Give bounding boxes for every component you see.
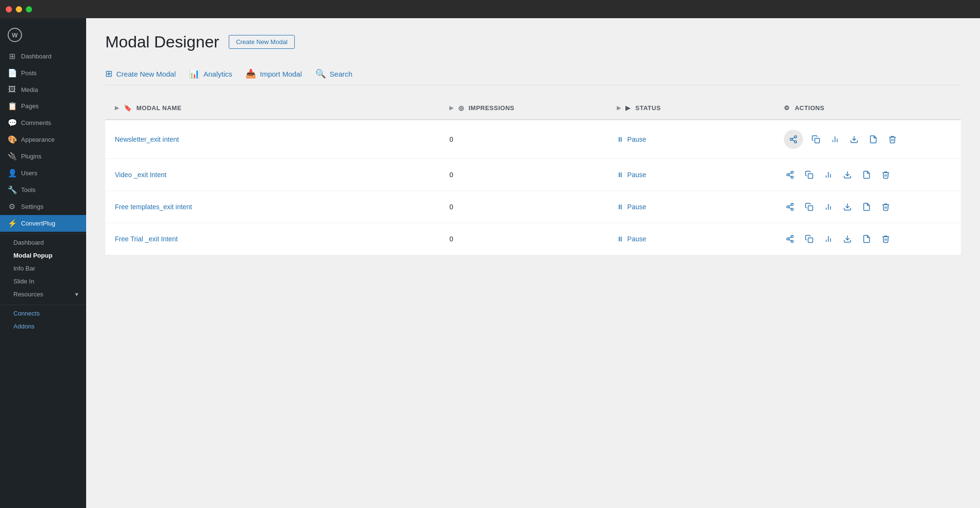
edit-button[interactable] [860,201,873,213]
share-button[interactable] [784,201,796,213]
wp-logo[interactable]: W [0,22,86,48]
status-col-icon: ▶ [625,104,631,112]
copy-button[interactable] [803,169,815,181]
sidebar-item-label: Pages [21,102,39,110]
app-body: W ⊞ Dashboard 📄 Posts 🖼 Media 📋 Pages 💬 … [0,18,980,508]
sub-item-label: Slide In [13,278,34,285]
sidebar-item-comments[interactable]: 💬 Comments [0,114,86,131]
toolbar-create-item[interactable]: ⊞ Create New Modal [105,68,176,79]
svg-point-2 [795,141,797,143]
sidebar-item-users[interactable]: 👤 Users [0,165,86,181]
sidebar-sub-item-info-bar[interactable]: Info Bar [0,262,86,275]
maximize-button[interactable] [26,6,32,12]
impressions-cell: 0 [449,135,617,143]
share-button[interactable] [784,233,796,245]
download-button[interactable] [841,169,854,181]
posts-icon: 📄 [8,68,16,78]
toolbar-search-item[interactable]: 🔍 Search [315,68,353,79]
svg-line-4 [792,137,795,139]
modal-name-cell[interactable]: Free templates_exit intent [115,203,449,211]
sidebar-sub-item-dashboard[interactable]: Dashboard [0,236,86,249]
main-content: Modal Designer Create New Modal ⊞ Create… [86,18,980,508]
modal-name-cell[interactable]: Free Trial _exit Intent [115,235,449,243]
header-label: ACTIONS [795,104,824,112]
sidebar-item-label: Appearance [21,136,55,143]
header-actions: ⚙ ACTIONS [784,104,951,112]
svg-line-13 [789,175,791,177]
copy-button[interactable] [803,233,815,245]
sidebar-item-dashboard[interactable]: ⊞ Dashboard [0,48,86,65]
comments-icon: 💬 [8,118,16,127]
minimize-button[interactable] [16,6,22,12]
modal-table: ▶ 🔖 MODAL NAME ▶ ◎ IMPRESSIONS ▶ ▶ STATU… [105,97,961,255]
edit-button[interactable] [860,233,873,245]
share-button[interactable] [784,130,803,149]
sub-item-label: Dashboard [13,239,44,246]
analytics-button[interactable] [829,133,841,146]
analytics-button[interactable] [822,233,835,245]
svg-point-32 [791,240,794,243]
title-bar [0,0,980,18]
edit-button[interactable] [860,169,873,181]
sidebar-item-label: Posts [21,69,37,77]
toolbar-analytics-label: Analytics [203,70,232,78]
download-button[interactable] [841,233,854,245]
analytics-button[interactable] [822,169,835,181]
sub-item-label: Modal Popup [13,252,53,259]
status-cell[interactable]: ⏸ Pause [617,171,784,179]
header-status[interactable]: ▶ ▶ STATUS [617,104,784,112]
modal-name-cell[interactable]: Newsletter_exit intent [115,135,449,143]
sidebar-item-plugins[interactable]: 🔌 Plugins [0,148,86,165]
sidebar-item-posts[interactable]: 📄 Posts [0,65,86,81]
header-impressions[interactable]: ▶ ◎ IMPRESSIONS [449,104,617,112]
toolbar-analytics-item[interactable]: 📊 Analytics [189,68,232,79]
status-cell[interactable]: ⏸ Pause [617,203,784,211]
sidebar-sub-item-resources[interactable]: Resources ▾ [0,288,86,301]
svg-point-0 [795,136,797,138]
share-button[interactable] [784,169,796,181]
delete-button[interactable] [886,133,899,146]
actions-cell [784,233,951,245]
svg-line-24 [789,205,791,206]
sidebar-item-pages[interactable]: 📋 Pages [0,98,86,114]
header-label: IMPRESSIONS [468,104,514,112]
download-button[interactable] [848,133,860,146]
pause-icon: ⏸ [617,203,624,211]
delete-button[interactable] [880,233,892,245]
svg-point-1 [791,138,793,141]
actions-cell [784,169,951,181]
copy-button[interactable] [810,133,822,146]
wp-logo-icon: W [8,28,22,42]
delete-button[interactable] [880,201,892,213]
sidebar-sub-item-connects[interactable]: Connects [0,307,86,320]
sidebar-sub-item-slide-in[interactable]: Slide In [0,275,86,288]
sidebar-item-label: Media [21,86,38,93]
sidebar-item-convertplug[interactable]: ⚡ ConvertPlug [0,215,86,232]
create-new-modal-button[interactable]: Create New Modal [229,35,295,49]
analytics-button[interactable] [822,201,835,213]
modal-name-cell[interactable]: Video _exit Intent [115,171,449,179]
status-cell[interactable]: ⏸ Pause [617,235,784,243]
chevron-down-icon: ▾ [75,291,78,298]
sidebar-item-appearance[interactable]: 🎨 Appearance [0,131,86,148]
status-cell[interactable]: ⏸ Pause [617,135,784,143]
svg-point-21 [787,206,790,208]
sidebar-item-media[interactable]: 🖼 Media [0,81,86,98]
sidebar-item-label: Settings [21,203,44,210]
sidebar-sub-item-modal-popup[interactable]: Modal Popup [0,249,86,262]
sidebar-item-settings[interactable]: ⚙ Settings [0,198,86,215]
sidebar-sub-item-addons[interactable]: Addons [0,320,86,333]
toolbar-import-item[interactable]: 📥 Import Modal [245,68,302,79]
sidebar-item-label: Users [21,169,37,177]
delete-button[interactable] [880,169,892,181]
download-button[interactable] [841,201,854,213]
header-modal-name[interactable]: ▶ 🔖 MODAL NAME [115,104,449,112]
sidebar-item-tools[interactable]: 🔧 Tools [0,181,86,198]
settings-icon: ⚙ [8,202,16,211]
sidebar-item-label: Comments [21,119,51,126]
copy-button[interactable] [803,201,815,213]
sub-item-label: Connects [13,310,40,317]
toolbar: ⊞ Create New Modal 📊 Analytics 📥 Import … [105,63,961,85]
close-button[interactable] [6,6,12,12]
edit-button[interactable] [867,133,880,146]
